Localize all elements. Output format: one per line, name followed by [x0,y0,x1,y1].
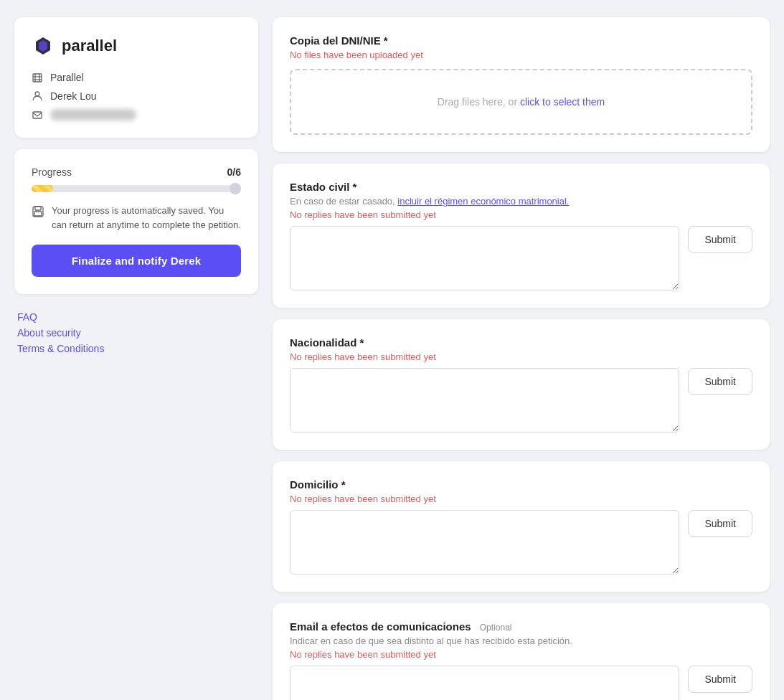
user-name: Derek Lou [50,90,97,102]
company-row: Parallel [32,72,241,83]
faq-link[interactable]: FAQ [17,311,255,323]
company-name: Parallel [50,72,84,83]
progress-card: Progress 0/6 Your progress is automatica… [14,149,258,294]
upload-link[interactable]: click to select them [520,96,605,108]
nacionalidad-card: Nacionalidad * No replies have been subm… [273,319,770,450]
estado-civil-link[interactable]: incluir el régimen económico matrimonial… [397,196,569,207]
email-comunicaciones-title-text: Email a efectos de comunicaciones [290,620,471,633]
sidebar: parallel Parallel [14,17,258,700]
svg-rect-2 [33,74,42,82]
progress-dot [230,183,241,194]
email-comunicaciones-note: Indicar en caso de que sea distinto al q… [290,635,752,646]
security-link[interactable]: About security [17,327,255,339]
nacionalidad-input-row: Submit [290,368,752,432]
finalize-button[interactable]: Finalize and notify Derek [32,245,241,277]
domicilio-card: Domicilio * No replies have been submitt… [273,461,770,592]
estado-civil-textarea[interactable] [290,226,679,290]
upload-text: Drag files here, or [438,96,520,108]
progress-text: Progress [32,166,72,178]
nacionalidad-textarea[interactable] [290,368,679,432]
progress-track [32,185,241,192]
person-icon [32,90,43,102]
main-content: Copia del DNI/NIE * No files have been u… [273,17,770,700]
nacionalidad-status: No replies have been submitted yet [290,351,752,362]
email-comunicaciones-textarea[interactable] [290,666,679,700]
svg-rect-10 [35,207,41,210]
email-comunicaciones-card: Email a efectos de comunicaciones Option… [273,603,770,700]
svg-rect-11 [34,212,42,216]
estado-civil-title: Estado civil * [290,181,752,193]
nacionalidad-submit[interactable]: Submit [688,368,752,395]
save-info: Your progress is automatically saved. Yo… [32,204,241,232]
domicilio-submit[interactable]: Submit [688,510,752,537]
upload-zone[interactable]: Drag files here, or click to select them [290,69,752,135]
brand: parallel [32,34,241,57]
email-icon [32,109,43,120]
estado-civil-submit[interactable]: Submit [688,226,752,253]
email-comunicaciones-title: Email a efectos de comunicaciones Option… [290,620,752,633]
brand-icon [32,34,55,57]
user-info: Parallel Derek Lou [32,72,241,120]
dni-status: No files have been uploaded yet [290,49,752,60]
domicilio-status: No replies have been submitted yet [290,493,752,504]
optional-badge: Optional [480,623,512,633]
estado-civil-note: En caso de estar casado, incluir el régi… [290,196,752,207]
building-icon [32,72,43,83]
email-comunicaciones-status: No replies have been submitted yet [290,649,752,660]
email-comunicaciones-input-row: Submit [290,666,752,700]
nacionalidad-title: Nacionalidad * [290,336,752,349]
estado-civil-input-row: Submit [290,226,752,290]
domicilio-input-row: Submit [290,510,752,574]
terms-link[interactable]: Terms & Conditions [17,343,255,354]
svg-rect-8 [33,112,42,118]
dni-field-card: Copia del DNI/NIE * No files have been u… [273,17,770,152]
email-row [32,109,241,120]
footer-links: FAQ About security Terms & Conditions [14,306,258,360]
brand-name: parallel [62,37,117,55]
domicilio-textarea[interactable] [290,510,679,574]
save-icon [32,205,44,218]
user-card: parallel Parallel [14,17,258,138]
estado-civil-card: Estado civil * En caso de estar casado, … [273,164,770,308]
estado-civil-status: No replies have been submitted yet [290,209,752,220]
progress-value: 0/6 [227,166,241,178]
domicilio-title: Domicilio * [290,478,752,491]
user-name-row: Derek Lou [32,90,241,102]
svg-point-7 [35,92,39,96]
dni-title: Copia del DNI/NIE * [290,34,752,47]
progress-label: Progress 0/6 [32,166,241,178]
email-comunicaciones-submit[interactable]: Submit [688,666,752,693]
email-value [50,109,136,120]
progress-fill [32,185,53,192]
save-message: Your progress is automatically saved. Yo… [52,204,241,232]
